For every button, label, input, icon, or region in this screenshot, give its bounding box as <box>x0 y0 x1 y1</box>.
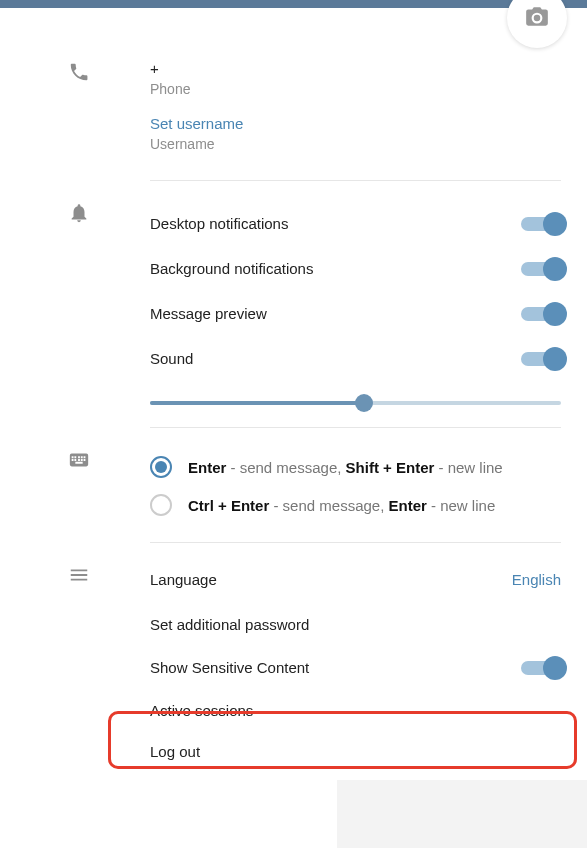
active-sessions-row[interactable]: Active sessions <box>150 690 561 731</box>
sensitive-content-toggle[interactable] <box>521 661 561 675</box>
background-notifications-label: Background notifications <box>150 260 313 277</box>
log-out-label: Log out <box>150 743 200 760</box>
username-label: Username <box>150 136 561 152</box>
divider <box>150 180 561 181</box>
sound-toggle[interactable] <box>521 352 561 366</box>
divider <box>150 427 561 428</box>
menu-icon <box>68 572 90 589</box>
radio-enter-label: Enter - send message, Shift + Enter - ne… <box>188 459 503 476</box>
message-preview-label: Message preview <box>150 305 267 322</box>
top-bar <box>0 0 587 8</box>
desktop-notifications-row: Desktop notifications <box>150 201 561 246</box>
volume-fill <box>150 401 364 405</box>
volume-thumb[interactable] <box>355 394 373 412</box>
sensitive-content-row: Show Sensitive Content <box>150 645 561 690</box>
send-ctrl-enter-option[interactable]: Ctrl + Enter - send message, Enter - new… <box>150 486 561 524</box>
language-value: English <box>512 571 561 588</box>
set-username-link[interactable]: Set username <box>150 115 561 132</box>
keyboard-icon <box>68 457 90 474</box>
language-label: Language <box>150 571 217 588</box>
bell-icon <box>68 210 90 227</box>
message-preview-toggle[interactable] <box>521 307 561 321</box>
camera-icon <box>524 4 550 33</box>
phone-row[interactable]: + Phone <box>150 60 561 115</box>
active-sessions-label: Active sessions <box>150 702 253 719</box>
radio-enter[interactable] <box>150 456 172 478</box>
background-notifications-row: Background notifications <box>150 246 561 291</box>
overlay-block <box>337 780 587 848</box>
radio-ctrl-enter[interactable] <box>150 494 172 516</box>
sound-row: Sound <box>150 336 561 381</box>
desktop-notifications-toggle[interactable] <box>521 217 561 231</box>
set-password-row[interactable]: Set additional password <box>150 604 561 645</box>
phone-value: + <box>150 60 561 77</box>
radio-ctrl-enter-label: Ctrl + Enter - send message, Enter - new… <box>188 497 495 514</box>
sound-label: Sound <box>150 350 193 367</box>
log-out-row[interactable]: Log out <box>150 731 561 772</box>
volume-slider[interactable] <box>150 401 561 405</box>
desktop-notifications-label: Desktop notifications <box>150 215 288 232</box>
sensitive-content-label: Show Sensitive Content <box>150 659 309 676</box>
username-row[interactable]: Set username Username <box>150 115 561 170</box>
divider <box>150 542 561 543</box>
background-notifications-toggle[interactable] <box>521 262 561 276</box>
send-enter-option[interactable]: Enter - send message, Shift + Enter - ne… <box>150 448 561 486</box>
set-password-label: Set additional password <box>150 616 309 633</box>
language-row[interactable]: Language English <box>150 563 561 604</box>
message-preview-row: Message preview <box>150 291 561 336</box>
phone-label: Phone <box>150 81 561 97</box>
phone-icon <box>68 69 90 86</box>
